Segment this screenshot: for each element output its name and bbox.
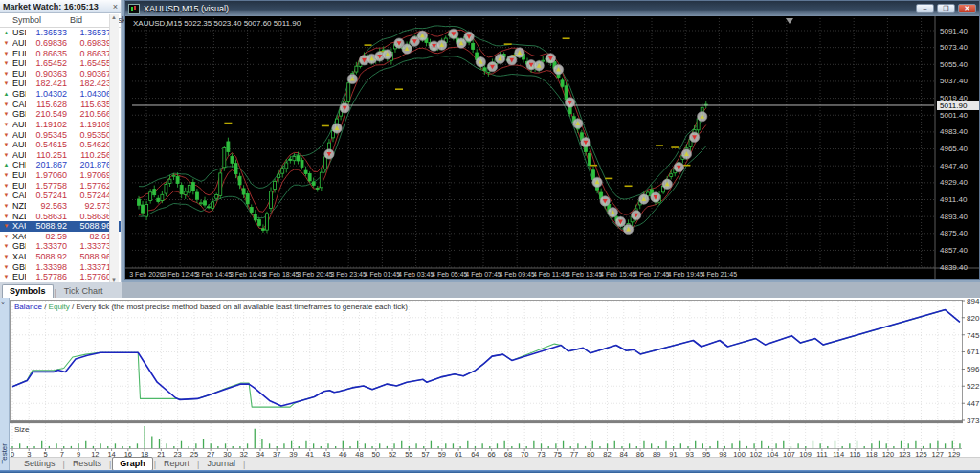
- close-icon[interactable]: ×: [113, 2, 118, 11]
- svg-text:68: 68: [504, 450, 512, 458]
- tester-graph-svg[interactable]: Balance / Equity / Every tick (the most …: [10, 298, 980, 457]
- bid-value: 1.19102: [26, 120, 67, 129]
- market-watch-row-NZDUSD[interactable]: ▼NZDUSD0.586310.58636: [0, 211, 121, 221]
- bid-value: 0.95345: [26, 130, 67, 140]
- tester-panel: × Tester Balance / Equity / Every tick (…: [0, 298, 980, 470]
- ask-value: 1.19109: [67, 120, 111, 129]
- column-symbol[interactable]: Symbol: [12, 15, 41, 25]
- svg-text:5011.90: 5011.90: [940, 101, 968, 110]
- ask-value: 1.33371: [67, 262, 111, 272]
- tester-tab-settings[interactable]: Settings: [17, 458, 62, 470]
- svg-text:91: 91: [669, 450, 677, 458]
- market-watch-row-XAUUSD[interactable]: ▼XAUUSD5088.925088.96: [0, 221, 121, 232]
- svg-text:3 Feb 18:45: 3 Feb 18:45: [263, 271, 299, 278]
- svg-text:671: 671: [967, 348, 980, 356]
- svg-text:73: 73: [537, 450, 545, 458]
- market-watch-row-AUDCHF[interactable]: ▼AUDCHF0.546150.54620: [0, 140, 121, 150]
- price-chart-svg[interactable]: 5091.405073.405055.405037.405019.405001.…: [125, 16, 979, 279]
- market-watch-row-CADJPY[interactable]: ▼CADJPY115.628115.635: [0, 99, 121, 109]
- ask-value: 210.566: [67, 109, 111, 119]
- column-bid[interactable]: Bid: [41, 15, 82, 25]
- ask-value: 1.04306: [67, 89, 111, 99]
- close-button[interactable]: ✕: [958, 4, 976, 13]
- market-watch-row-AUDCAD[interactable]: ▼AUDCAD0.953450.95350: [0, 129, 121, 140]
- ask-value: 182.423: [67, 79, 111, 88]
- chart-window: XAUUSD,M15 (visual) – ❐ ✕ 5091.405073.40…: [124, 0, 980, 280]
- svg-text:66: 66: [487, 450, 495, 458]
- symbol-name: NZDJPY: [12, 201, 26, 211]
- symbols-tab-strip: [0, 282, 980, 298]
- symbol-name: XAUUSD: [12, 221, 26, 231]
- market-watch-row-XAGUSD[interactable]: ▼XAGUSD82.5982.61: [0, 232, 121, 242]
- svg-text:50: 50: [372, 450, 380, 458]
- market-watch-scrollbar[interactable]: ▲ ▼: [109, 14, 119, 282]
- tab-symbols[interactable]: Symbols: [2, 284, 54, 298]
- market-watch-row-AUDNZD[interactable]: ▼AUDNZD1.191021.19109: [0, 120, 121, 130]
- svg-text:4 Feb 15:45: 4 Feb 15:45: [600, 271, 635, 278]
- market-watch-row-GBPJPY[interactable]: ▼GBPJPY210.549210.566: [0, 109, 121, 120]
- bid-value: 210.549: [26, 109, 67, 119]
- ask-value: 82.61: [67, 232, 111, 241]
- market-watch-row-EURJPY[interactable]: ▼EURJPY182.421182.423: [0, 79, 121, 89]
- tester-tab-results[interactable]: Results: [66, 458, 108, 470]
- tab-tick-chart[interactable]: Tick Chart: [57, 285, 110, 298]
- bid-value: 0.69836: [26, 38, 67, 48]
- market-watch-row-AUDUSD[interactable]: ▼AUDUSD0.698360.69839: [0, 38, 121, 49]
- tester-tab-report[interactable]: Report: [157, 458, 196, 470]
- market-watch-row-EURCAD[interactable]: ▼EURCAD1.577581.57762: [0, 180, 121, 191]
- tester-graph-area[interactable]: Balance / Equity / Every tick (the most …: [10, 298, 980, 457]
- market-watch-row-CADCHF[interactable]: ▼CADCHF0.572410.57244: [0, 191, 121, 201]
- bid-value: 82.59: [26, 232, 67, 241]
- market-watch-row-EURGBP[interactable]: ▼EURGBP0.866350.86637: [0, 48, 121, 58]
- svg-text:4 Feb 01:45: 4 Feb 01:45: [365, 271, 400, 278]
- restore-button[interactable]: ❐: [937, 4, 955, 13]
- svg-text:89: 89: [653, 450, 660, 458]
- market-watch-row-USDCAD[interactable]: ▲USDCAD1.365331.36537: [0, 28, 121, 38]
- scroll-up-icon[interactable]: ▲: [111, 14, 117, 20]
- market-watch-row-GBPCHF[interactable]: ▲GBPCHF1.043021.04306: [0, 89, 121, 100]
- tester-tab-graph[interactable]: Graph: [112, 457, 153, 471]
- market-watch-row-AUDJPY[interactable]: ▼AUDJPY110.251110.256: [0, 150, 121, 161]
- market-watch-row-CHFJPY[interactable]: ▲CHFJPY201.867201.876: [0, 160, 121, 170]
- svg-text:4839.40: 4839.40: [940, 263, 968, 272]
- svg-text:3 Feb 23:45: 3 Feb 23:45: [331, 271, 367, 278]
- market-watch-row-EURCADwt[interactable]: ▼EURCAD.wt1.577861.57760: [0, 272, 121, 282]
- trend-up-icon: ▲: [0, 89, 12, 99]
- symbol-name: CADCHF: [12, 191, 26, 200]
- trend-down-icon: ▼: [0, 49, 12, 58]
- market-watch-row-GBPUSDc[interactable]: ▼GBPUSDc...1.333701.33373: [0, 241, 121, 252]
- svg-text:125: 125: [915, 450, 927, 458]
- bid-value: 1.57758: [26, 181, 67, 191]
- market-watch-panel: Market Watch: 16:05:13 × Symbol Bid Ask …: [0, 0, 122, 298]
- svg-text:4857.40: 4857.40: [940, 246, 968, 255]
- ask-value: 1.97069: [67, 170, 111, 180]
- trend-down-icon: ▼: [0, 130, 12, 140]
- tester-side-strip: × Tester: [0, 298, 10, 470]
- trend-down-icon: ▼: [0, 150, 12, 160]
- chart-window-titlebar[interactable]: XAUUSD,M15 (visual) – ❐ ✕: [125, 1, 979, 16]
- price-chart-area[interactable]: 5091.405073.405055.405037.405019.405001.…: [125, 16, 979, 279]
- svg-text:48: 48: [355, 450, 363, 458]
- svg-text:820: 820: [967, 314, 980, 323]
- svg-text:9: 9: [77, 450, 80, 458]
- market-watch-row-XAUUSDc[interactable]: ▼XAUUSDc...5088.925088.96: [0, 252, 121, 262]
- svg-text:4911.40: 4911.40: [940, 195, 968, 204]
- svg-text:3 Feb 20:45: 3 Feb 20:45: [297, 271, 332, 278]
- svg-text:4983.40: 4983.40: [940, 127, 968, 136]
- market-watch-row-GBPUSDwt[interactable]: ▼GBPUSD.wt1.333981.33371: [0, 261, 121, 272]
- trend-down-icon: ▼: [0, 140, 12, 149]
- column-ask[interactable]: Ask: [82, 15, 126, 25]
- market-watch-row-EURCHF[interactable]: ▼EURCHF0.903630.90367: [0, 69, 121, 79]
- bid-value: 5088.92: [26, 221, 67, 231]
- market-watch-row-EURAUD[interactable]: ▼EURAUD1.654521.65455: [0, 58, 121, 69]
- tester-close-icon[interactable]: ×: [1, 300, 5, 306]
- trend-down-icon: ▼: [0, 201, 12, 211]
- bid-value: 1.36533: [26, 28, 67, 37]
- ask-value: 0.90367: [67, 69, 111, 79]
- tester-tab-journal[interactable]: Journal: [200, 458, 242, 470]
- market-watch-row-NZDJPY[interactable]: ▼NZDJPY92.56392.573: [0, 201, 121, 212]
- ask-value: 1.65455: [67, 58, 111, 68]
- market-watch-row-EURNZD[interactable]: ▼EURNZD1.970601.97069: [0, 170, 121, 181]
- svg-text:7: 7: [60, 450, 64, 458]
- minimize-button[interactable]: –: [916, 4, 934, 13]
